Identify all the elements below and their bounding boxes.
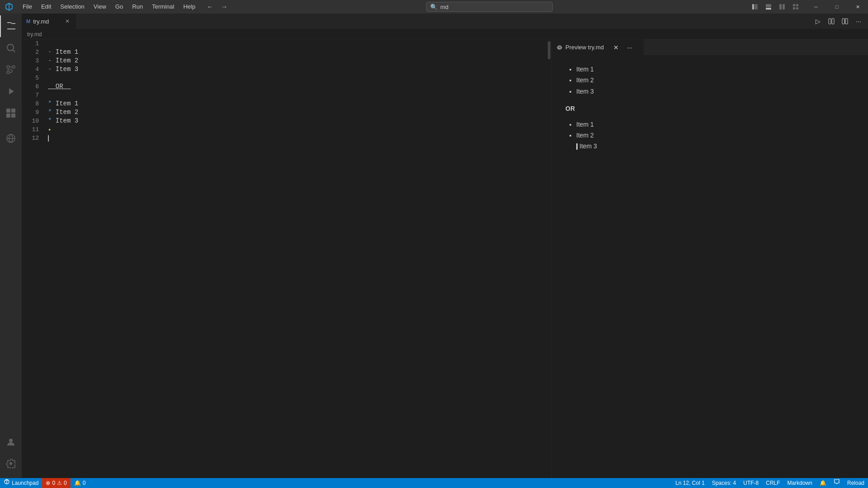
tab-try-md[interactable]: M try.md ✕ — [22, 14, 76, 29]
activity-run-debug[interactable] — [0, 81, 22, 102]
nav-forward[interactable]: → — [218, 0, 231, 13]
code-line-1 — [48, 39, 551, 48]
activity-remote[interactable] — [0, 128, 22, 149]
preview-list-item-2: Item 2 — [576, 75, 854, 85]
breadcrumb: try.md — [22, 29, 868, 39]
tab-label: try.md — [33, 18, 49, 25]
activity-search[interactable] — [0, 37, 22, 59]
line-num-10: 10 — [22, 117, 39, 125]
notification-icon: 🔔 — [74, 478, 81, 488]
status-feedback[interactable] — [830, 478, 844, 488]
toggle-editor-icon[interactable] — [776, 0, 788, 13]
split-editor2-button[interactable] — [839, 15, 851, 27]
tab-file-icon: M — [26, 19, 30, 24]
svg-rect-17 — [6, 114, 10, 118]
line-num-5: 5 — [22, 74, 39, 82]
svg-point-13 — [12, 66, 15, 68]
svg-rect-21 — [829, 19, 831, 24]
status-spaces[interactable]: Spaces: 4 — [708, 478, 740, 488]
code-line-2: - Item 1 — [48, 48, 551, 57]
code-line-8: * Item 1 — [48, 99, 551, 108]
search-area: 🔍 md — [234, 2, 745, 12]
editor-actions: ▷ ··· — [808, 14, 868, 29]
minimize-button[interactable]: ─ — [806, 0, 826, 14]
code-line-3: - Item 2 — [48, 57, 551, 65]
svg-point-26 — [559, 47, 560, 48]
line-num-3: 3 — [22, 57, 39, 65]
line-num-9: 9 — [22, 108, 39, 117]
svg-point-14 — [7, 71, 9, 74]
toggle-panel-icon[interactable] — [762, 0, 775, 13]
activity-bar — [0, 14, 22, 478]
svg-rect-7 — [796, 4, 798, 6]
activity-source-control[interactable] — [0, 59, 22, 81]
activity-explorer[interactable] — [0, 15, 22, 37]
menu-bar: File Edit Selection View Go Run Terminal… — [18, 0, 200, 14]
notification-count: 0 — [83, 478, 86, 488]
svg-point-20 — [9, 439, 13, 442]
status-eol[interactable]: CRLF — [762, 478, 783, 488]
code-content: 1 2 3 4 5 6 7 8 9 10 11 12 — [22, 39, 551, 478]
global-search-box[interactable]: 🔍 md — [426, 2, 553, 12]
svg-rect-18 — [11, 114, 15, 118]
svg-rect-4 — [779, 4, 782, 9]
activity-account[interactable] — [0, 431, 22, 453]
status-notifications[interactable]: 🔔 0 — [71, 478, 90, 488]
scrollbar-thumb[interactable] — [548, 41, 550, 59]
remote-icon — [4, 478, 10, 488]
line-num-12: 12 — [22, 134, 39, 142]
main-area: M try.md ✕ ▷ — [0, 14, 868, 478]
line-num-4: 4 — [22, 65, 39, 74]
maximize-button[interactable]: □ — [826, 0, 847, 14]
status-encoding[interactable]: UTF-8 — [740, 478, 762, 488]
preview-more-button[interactable]: ··· — [624, 42, 636, 53]
menu-go[interactable]: Go — [111, 0, 128, 14]
status-errors[interactable]: ⊗ 0 ⚠ 0 — [42, 478, 70, 488]
nav-back[interactable]: ← — [204, 0, 216, 13]
more-actions-button[interactable]: ··· — [853, 15, 864, 27]
close-button[interactable]: ✕ — [847, 0, 868, 14]
tab-close-button[interactable]: ✕ — [64, 18, 71, 25]
preview-tab-actions: ✕ ··· — [607, 42, 639, 53]
menu-edit[interactable]: Edit — [37, 0, 56, 14]
activity-settings[interactable] — [0, 453, 22, 474]
line-num-7: 7 — [22, 91, 39, 99]
menu-view[interactable]: View — [89, 0, 111, 14]
status-ln-col[interactable]: Ln 12, Col 1 — [672, 478, 708, 488]
preview-list-item2-3: Item 3 — [576, 141, 854, 151]
search-value: md — [440, 4, 448, 10]
error-icon: ⊗ — [46, 478, 50, 488]
preview-tab[interactable]: Preview try.md ✕ ··· — [552, 39, 644, 55]
editor-scrollbar[interactable] — [547, 39, 551, 478]
run-preview-button[interactable]: ▷ — [812, 15, 824, 27]
preview-content: Item 1 Item 2 Item 3 OR Item 1 Item 2 It… — [552, 55, 868, 478]
svg-line-11 — [13, 50, 15, 52]
window-controls: ─ □ ✕ — [806, 0, 868, 14]
menu-run[interactable]: Run — [128, 0, 147, 14]
preview-or-label: OR — [565, 104, 854, 114]
menu-help[interactable]: Help — [179, 0, 200, 14]
status-remote[interactable]: Launchpad — [0, 478, 42, 488]
activity-bottom — [0, 431, 22, 474]
code-lines: - Item 1 - Item 2 - Item 3 __OR__ * Item… — [44, 39, 551, 478]
split-editor-button[interactable] — [825, 15, 837, 27]
status-language[interactable]: Markdown — [784, 478, 816, 488]
code-editor[interactable]: 1 2 3 4 5 6 7 8 9 10 11 12 — [22, 39, 551, 478]
preview-close-button[interactable]: ✕ — [610, 42, 622, 53]
menu-selection[interactable]: Selection — [56, 0, 89, 14]
toggle-sidebar-icon[interactable] — [749, 0, 761, 13]
customize-layout-icon[interactable] — [789, 0, 802, 13]
editor-tab-bar: M try.md ✕ ▷ — [22, 14, 868, 29]
status-reload[interactable]: Reload — [844, 478, 868, 488]
code-line-10: * Item 3 — [48, 117, 551, 125]
status-bell[interactable]: 🔔 — [816, 478, 830, 488]
activity-extensions[interactable] — [0, 102, 22, 124]
editor-split: 1 2 3 4 5 6 7 8 9 10 11 12 — [22, 39, 868, 478]
menu-terminal[interactable]: Terminal — [147, 0, 179, 14]
preview-first-list: Item 1 Item 2 Item 3 — [565, 64, 854, 96]
reload-label: Reload — [847, 478, 864, 488]
menu-file[interactable]: File — [18, 0, 37, 14]
line-numbers: 1 2 3 4 5 6 7 8 9 10 11 12 — [22, 39, 44, 478]
spaces-label: Spaces: 4 — [712, 478, 736, 488]
code-line-5 — [48, 74, 551, 82]
